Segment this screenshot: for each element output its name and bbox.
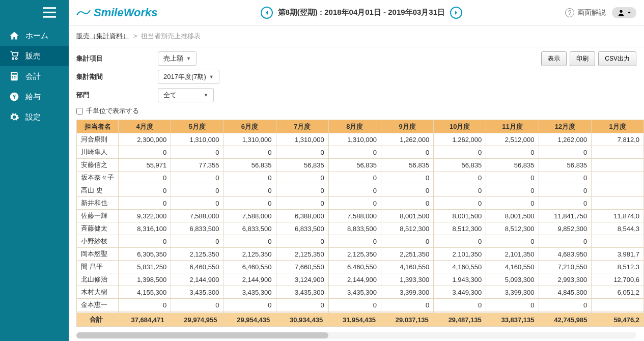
table-row: 間 昌平5,831,2506,460,5506,460,5507,660,550… [77, 261, 644, 273]
main-content: SmileWorks 第8期(翌期) : 2018年04月01日 - 2019年… [69, 0, 644, 341]
data-table-wrap[interactable]: 担当者名4月度5月度6月度7月度8月度9月度10月度11月度12月度1月度 河合… [69, 120, 644, 312]
data-cell: 0 [328, 235, 381, 248]
column-header[interactable]: 1月度 [592, 120, 644, 133]
data-cell: 1,393,300 [381, 273, 433, 286]
data-cell: 0 [328, 311, 381, 313]
brand-logo[interactable]: SmileWorks [76, 6, 158, 19]
data-cell: 7,660,550 [276, 261, 328, 273]
column-header[interactable]: 4月度 [119, 120, 171, 133]
column-header[interactable]: 8月度 [328, 120, 381, 133]
column-header[interactable]: 担当者名 [77, 120, 119, 133]
data-cell: 1,262,000 [381, 133, 433, 146]
help-label: 画面解説 [577, 8, 606, 17]
data-cell: 56,835 [434, 159, 486, 172]
sidebar-item-payroll[interactable]: ¥ 給与 [0, 87, 69, 107]
data-cell: 0 [328, 299, 381, 311]
data-cell: 2,144,900 [171, 273, 223, 286]
row-name-cell: 岡本悠聖 [77, 248, 119, 261]
column-header[interactable]: 7月度 [276, 120, 328, 133]
filter-dept-select[interactable]: 全て ▼ [158, 88, 214, 102]
totals-cell: 29,487,135 [433, 313, 486, 327]
column-header[interactable]: 9月度 [381, 120, 433, 133]
help-button[interactable]: ? 画面解説 [565, 8, 606, 17]
data-cell: 0 [434, 172, 486, 184]
data-cell: 5,093,300 [486, 273, 539, 286]
filter-period-select[interactable]: 2017年度(7期) ▼ [158, 70, 219, 84]
column-header[interactable]: 6月度 [223, 120, 276, 133]
svg-point-13 [620, 10, 622, 12]
print-button[interactable]: 印刷 [570, 51, 595, 66]
data-cell: 77,355 [171, 159, 223, 172]
sidebar-item-home[interactable]: ホーム [0, 25, 69, 46]
filter-agg-select[interactable]: 売上額 ▼ [158, 51, 197, 66]
data-cell: 0 [223, 235, 276, 248]
data-cell: 3,449,300 [434, 286, 486, 299]
svg-point-5 [12, 76, 13, 77]
column-header[interactable]: 12月度 [539, 120, 592, 133]
totals-row: 合計37,684,47129,974,95529,954,43530,934,4… [77, 313, 644, 327]
svg-rect-2 [43, 16, 56, 18]
data-cell: 56,835 [486, 159, 539, 172]
data-cell: 0 [223, 197, 276, 210]
row-name-cell: 木村大樹 [77, 286, 119, 299]
data-cell: 9,322,000 [119, 210, 171, 222]
horizontal-scrollbar[interactable] [76, 332, 636, 339]
table-row: 北山修治1,398,5002,144,9002,144,9003,124,900… [77, 273, 644, 286]
totals-cell: 33,837,135 [486, 313, 539, 327]
data-cell: 2,125,350 [276, 248, 328, 261]
data-cell: 0 [223, 311, 276, 313]
data-cell: 3,435,300 [276, 286, 328, 299]
table-row: 岡本悠聖6,305,3502,125,3502,125,3502,125,350… [77, 248, 644, 261]
column-header[interactable]: 5月度 [171, 120, 223, 133]
data-cell: 0 [486, 235, 539, 248]
filter-dept-label: 部門 [76, 91, 158, 100]
thousands-checkbox[interactable] [76, 108, 83, 115]
data-cell: 0 [276, 311, 328, 313]
totals-cell: 29,954,435 [221, 313, 274, 327]
totals-cell: 29,037,135 [380, 313, 433, 327]
data-cell: 3,981,7 [592, 248, 644, 261]
data-cell: 3,399,300 [486, 286, 539, 299]
data-cell: 0 [486, 311, 539, 313]
data-cell: 1,262,000 [434, 133, 486, 146]
data-cell: 11,841,750 [539, 210, 592, 222]
period-next-button[interactable] [450, 7, 462, 19]
data-cell [592, 235, 644, 248]
data-cell: 5,831,250 [119, 261, 171, 273]
table-row: 木村大樹4,155,3003,435,3003,435,3003,435,300… [77, 286, 644, 299]
breadcrumb-root[interactable]: 販売（集計資料） [76, 32, 129, 40]
column-header[interactable]: 10月度 [434, 120, 486, 133]
sidebar-item-sales[interactable]: 販売 [0, 46, 69, 66]
menu-toggle[interactable] [0, 0, 69, 25]
thousands-checkbox-wrap[interactable]: 千単位で表示する [76, 106, 541, 116]
data-cell: 0 [171, 184, 223, 197]
table-row: 坂本奈々子000000000 [77, 172, 644, 184]
data-cell: 0 [539, 146, 592, 159]
data-cell: 4,160,550 [381, 261, 433, 273]
data-cell: 55,971 [119, 159, 171, 172]
data-cell: 0 [276, 299, 328, 311]
sidebar-item-accounting[interactable]: 会計 [0, 66, 69, 87]
scrollbar-thumb[interactable] [76, 332, 328, 338]
row-name-cell: 川崎隼人 [77, 146, 119, 159]
table-row: 佐藤一輝9,322,0007,588,0007,588,0006,388,000… [77, 210, 644, 222]
column-header[interactable]: 11月度 [486, 120, 539, 133]
csv-export-button[interactable]: CSV出力 [598, 51, 636, 66]
data-cell: 2,251,350 [381, 248, 433, 261]
question-icon: ? [565, 8, 574, 17]
data-cell: 6,833,500 [276, 222, 328, 235]
svg-point-6 [14, 76, 15, 77]
data-cell: 0 [119, 311, 171, 313]
data-cell: 8,512,300 [381, 222, 433, 235]
user-menu-button[interactable] [612, 7, 636, 18]
sidebar-item-settings[interactable]: 設定 [0, 107, 69, 127]
data-cell: 56,835 [276, 159, 328, 172]
filter-dept-value: 全て [163, 91, 177, 100]
period-prev-button[interactable] [261, 7, 273, 19]
data-cell: 6,833,500 [223, 222, 276, 235]
data-cell: 4,155,300 [119, 286, 171, 299]
data-cell: 0 [276, 184, 328, 197]
data-cell: 0 [486, 146, 539, 159]
data-cell: 8,833,500 [328, 222, 381, 235]
show-button[interactable]: 表示 [541, 51, 567, 66]
